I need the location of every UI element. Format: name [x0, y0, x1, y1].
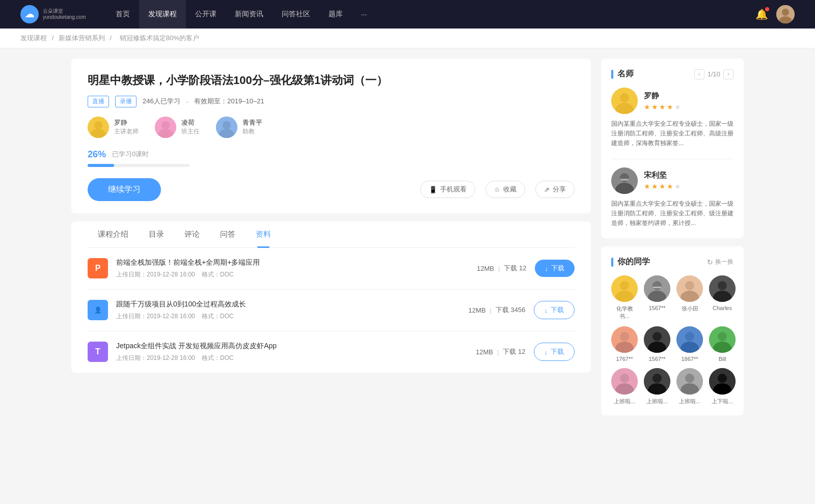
- nav-home[interactable]: 首页: [106, 0, 139, 29]
- teacher-info-1: 罗静 主讲老师: [114, 118, 139, 136]
- user-avatar-nav[interactable]: [776, 5, 795, 23]
- content-left: 明星中教授课，小学阶段语法100分–强化级第1讲动词（一） 直播 录播 246人…: [71, 59, 591, 424]
- nav-qa[interactable]: 问答社区: [273, 0, 319, 29]
- student-avatar-1: [611, 275, 638, 302]
- logo[interactable]: ☁ 云朵课堂 yundouketang.com: [20, 5, 86, 23]
- tab-review[interactable]: 评论: [174, 221, 210, 247]
- student-name-11: 上班啦...: [679, 398, 700, 405]
- nav-quiz[interactable]: 题库: [319, 0, 352, 29]
- sidebar-teacher-1: 罗静 ★ ★ ★ ★ ★ 国内某重点大学安全工程专业硕士，国家一级注册消防工程师…: [611, 88, 734, 149]
- tab-qa[interactable]: 问答: [210, 221, 246, 247]
- download-button-2[interactable]: ↓ 下载: [534, 301, 575, 319]
- students-card-header: 你的同学 ↻ 换一换: [611, 257, 734, 267]
- sidebar-teacher-top-1: 罗静 ★ ★ ★ ★ ★: [611, 88, 734, 114]
- breadcrumb-current: 销冠修炼术搞定80%的客户: [120, 34, 199, 42]
- share-button[interactable]: ⇗ 分享: [535, 181, 575, 198]
- continue-button[interactable]: 继续学习: [88, 178, 161, 201]
- student-name-12: 上下啦...: [712, 398, 733, 405]
- progress-bar-bg: [88, 164, 189, 167]
- file-name-3: Jetpack全组件实战 开发短视频应用高仿皮皮虾App: [116, 342, 468, 351]
- bell-icon[interactable]: 🔔: [755, 8, 768, 20]
- sidebar-teacher-stars-1: ★ ★ ★ ★ ★: [644, 103, 681, 111]
- svg-point-42: [718, 332, 727, 341]
- teacher-avatar-1: [88, 117, 109, 138]
- svg-point-27: [685, 281, 694, 290]
- file-meta-3: 上传日期：2019-12-28 16:00 格式：DOC: [116, 354, 468, 362]
- file-meta-2: 上传日期：2019-12-28 16:00 格式：DOC: [116, 312, 460, 321]
- student-name-6: 1567**: [648, 356, 665, 362]
- breadcrumb-link-1[interactable]: 发现课程: [20, 34, 47, 42]
- progress-label: 26% 已学习0课时: [88, 149, 575, 160]
- students-grid: 化学教书... 1567** 张小田: [611, 275, 734, 405]
- nav-menu: 首页 发现课程 公开课 新闻资讯 问答社区 题库 ···: [106, 0, 376, 29]
- mobile-watch-button[interactable]: 📱 手机观看: [420, 181, 475, 198]
- progress-bar-fill: [88, 164, 114, 167]
- star-icon: ☆: [494, 186, 500, 193]
- teachers-sidebar-card: 名师 ‹ 1/10 › 罗静 ★ ★: [601, 59, 744, 238]
- teacher-name-1: 罗静: [114, 118, 139, 127]
- student-name-charles: Charles: [713, 305, 732, 311]
- students-sidebar-card: 你的同学 ↻ 换一换 化学教书... 156: [601, 246, 744, 415]
- course-valid: 有效期至：2019–10–21: [194, 97, 264, 106]
- tab-materials[interactable]: 资料: [246, 221, 281, 247]
- file-item-2: 👤 跟随千万级项目从0到100全过程高效成长 上传日期：2019-12-28 1…: [88, 290, 575, 331]
- nav-right: 🔔: [755, 5, 795, 23]
- download-button-3[interactable]: ↓ 下载: [534, 343, 575, 361]
- next-page-arrow[interactable]: ›: [723, 69, 734, 79]
- tab-intro[interactable]: 课程介绍: [88, 221, 139, 247]
- nav-discover[interactable]: 发现课程: [139, 0, 186, 29]
- download-button-1[interactable]: ↓ 下载: [535, 260, 575, 277]
- svg-point-30: [718, 281, 727, 290]
- sidebar-teacher-top-2: 宋利坚 ★ ★ ★ ★ ★: [611, 167, 734, 194]
- student-avatar-7: [676, 326, 703, 353]
- nav-more[interactable]: ···: [352, 0, 376, 29]
- teacher-avatar-3: [216, 117, 237, 138]
- sidebar-teacher-desc-1: 国内某重点大学安全工程专业硕士，国家一级注册消防工程师、注册安全工程师、高级注册…: [611, 119, 734, 149]
- sidebar-teacher-2: 宋利坚 ★ ★ ★ ★ ★ 国内某重点大学安全工程专业硕士，国家一级注册消防工程…: [611, 167, 734, 229]
- teacher-avatar-2: [155, 117, 176, 138]
- sidebar-teacher-desc-2: 国内某重点大学安全工程专业硕士，国家一级注册消防工程师、注册安全工程师、级注册建…: [611, 199, 734, 229]
- tab-catalog[interactable]: 目录: [139, 221, 174, 247]
- svg-point-54: [718, 374, 727, 383]
- student-item-4: Charles: [709, 275, 736, 320]
- nav-open[interactable]: 公开课: [186, 0, 226, 29]
- prev-page-arrow[interactable]: ‹: [694, 69, 704, 79]
- student-name-9: 上班啦...: [614, 398, 635, 405]
- course-learners: 246人已学习: [143, 97, 180, 106]
- file-stats-1: 12MB | 下载 12: [477, 264, 526, 273]
- download-icon-2: ↓: [545, 306, 548, 314]
- svg-point-13: [620, 93, 629, 102]
- refresh-button[interactable]: ↻ 换一换: [707, 258, 734, 266]
- logo-icon: ☁: [20, 5, 39, 23]
- student-avatar-5: [611, 326, 638, 353]
- teacher-divider: [611, 159, 734, 159]
- student-name-bill: Bill: [719, 356, 726, 362]
- collect-button[interactable]: ☆ 收藏: [485, 181, 525, 198]
- teachers-card-title: 名师: [611, 69, 634, 79]
- student-item-11: 上班啦...: [676, 368, 703, 405]
- file-list: P 前端全栈加强版！前端全栈+全周期+多端应用 上传日期：2019-12-28 …: [88, 248, 575, 373]
- teacher-role-1: 主讲老师: [114, 127, 139, 136]
- breadcrumb-link-2[interactable]: 新媒体营销系列: [59, 34, 105, 42]
- svg-point-1: [782, 9, 789, 16]
- file-info-1: 前端全栈加强版！前端全栈+全周期+多端应用 上传日期：2019-12-28 16…: [116, 258, 469, 279]
- progress-text: 已学习0课时: [112, 150, 149, 159]
- download-icon-3: ↓: [545, 348, 548, 356]
- svg-point-23: [653, 281, 662, 290]
- teacher-item-3: 青青平 助教: [216, 117, 262, 138]
- tabs-nav: 课程介绍 目录 评论 问答 资料: [88, 221, 575, 248]
- badge-live: 直播: [88, 96, 109, 107]
- svg-point-7: [161, 121, 170, 129]
- refresh-icon: ↻: [707, 258, 713, 266]
- teacher-item-2: 凌荷 班主任: [155, 117, 200, 138]
- file-info-2: 跟随千万级项目从0到100全过程高效成长 上传日期：2019-12-28 16:…: [116, 300, 460, 321]
- student-avatar-3: [676, 275, 703, 302]
- file-stats-2: 12MB | 下载 3456: [469, 305, 526, 315]
- teachers-pagination: ‹ 1/10 ›: [694, 69, 734, 79]
- file-info-3: Jetpack全组件实战 开发短视频应用高仿皮皮虾App 上传日期：2019-1…: [116, 342, 468, 362]
- nav-news[interactable]: 新闻资讯: [226, 0, 273, 29]
- student-avatar-12: [709, 368, 736, 395]
- breadcrumb: 发现课程 / 新媒体营销系列 / 销冠修炼术搞定80%的客户: [0, 29, 815, 48]
- file-icon-3: T: [88, 342, 108, 362]
- student-avatar-11: [676, 368, 703, 395]
